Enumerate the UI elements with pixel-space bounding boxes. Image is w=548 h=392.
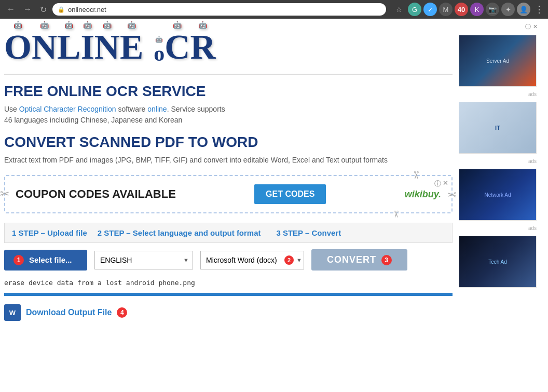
ad-image-4: Tech Ad xyxy=(459,236,536,287)
download-link[interactable]: Download Output File xyxy=(26,308,112,317)
download-row: W Download Output File 4 xyxy=(4,300,453,325)
hero-desc2: Extract text from PDF and images (JPG, B… xyxy=(4,155,453,166)
extension-icon-5[interactable]: K xyxy=(470,3,484,16)
extension-icon-7[interactable]: ✦ xyxy=(501,3,515,16)
menu-button[interactable]: ⋮ xyxy=(535,4,544,15)
heading-convert: CONVERT SCANNED PDF TO WORD xyxy=(4,134,453,151)
refresh-button[interactable]: ↻ xyxy=(37,4,49,16)
ad-block-2[interactable]: IT xyxy=(459,102,537,154)
download-badge: 4 xyxy=(117,307,127,318)
ad-block-1[interactable]: Server Ad xyxy=(459,35,537,87)
step1-label: 1 STEP – Upload file xyxy=(12,228,87,237)
ad-label-2: ads xyxy=(459,158,538,165)
right-sidebar: ⓘ ✕ Server Ad ads IT ads Network Ad ads … xyxy=(457,19,540,392)
robot-icon-8: 🤖 xyxy=(173,22,182,29)
logo-letter-l: 🤖L xyxy=(57,29,80,64)
star-icon[interactable]: ☆ xyxy=(392,3,406,16)
logo-letter-o: 🤖O xyxy=(4,29,32,64)
forward-button[interactable]: → xyxy=(21,4,34,15)
logo-letter-n: 🤖N xyxy=(32,29,57,64)
coupon-brand: wikibuy. xyxy=(405,189,441,200)
back-button[interactable]: ← xyxy=(4,4,18,15)
browser-chrome: ← → ↻ 🔒 onlineocr.net ☆ G ✓ M 40 K 📷 ✦ 👤… xyxy=(0,0,548,19)
robot-icon-4: 🤖 xyxy=(83,22,92,29)
scissors-right-icon: ✂ xyxy=(447,187,457,201)
extension-icon-4[interactable]: 40 xyxy=(455,3,468,16)
extension-icon-6[interactable]: 📷 xyxy=(486,3,499,16)
scissors-left-icon: ✂ xyxy=(0,187,9,201)
logo-letter-n2: 🤖N xyxy=(94,29,120,64)
step3-badge: 3 xyxy=(381,255,392,265)
page-wrapper: 🤖O 🤖N 🤖L 🤖I 🤖N 🤖E xyxy=(0,19,548,392)
ad-image-2: IT xyxy=(459,102,536,153)
ad-label-1: ads xyxy=(459,91,538,98)
select-file-button[interactable]: 1 Select file... xyxy=(4,250,87,271)
logo-letter-r: 🤖R xyxy=(190,29,215,64)
coupon-text: COUPON CODES AVAILABLE xyxy=(16,187,176,201)
logo-letter-e: 🤖E xyxy=(120,29,143,64)
robot-icon-3: 🤖 xyxy=(64,22,73,29)
main-content: 🤖O 🤖N 🤖L 🤖I 🤖N 🤖E xyxy=(0,19,457,392)
ad-image-1: Server Ad xyxy=(459,35,536,86)
word-document-icon: W xyxy=(4,304,21,321)
scissors-top-icon: ✂ xyxy=(410,171,422,180)
hero-desc1: Use Optical Character Recognition softwa… xyxy=(4,104,453,126)
logo-container: 🤖O 🤖N 🤖L 🤖I 🤖N 🤖E xyxy=(4,24,453,70)
hero-desc1b: 46 languages including Chinese, Japanese… xyxy=(4,116,182,124)
extension-icon-3[interactable]: M xyxy=(439,3,453,16)
robot-icon-2: 🤖 xyxy=(40,22,49,29)
ad-block-3[interactable]: Network Ad xyxy=(459,169,537,221)
convert-label: CONVERT xyxy=(327,254,376,265)
online-link[interactable]: online xyxy=(147,105,167,113)
robot-icon-6: 🤖 xyxy=(127,22,136,29)
format-select-wrapper: Microsoft Word (docx) Microsoft Excel (x… xyxy=(200,251,304,269)
robot-icon-7: 🤖 xyxy=(155,36,163,43)
extension-icon-2[interactable]: ✓ xyxy=(423,3,437,16)
coupon-info-icon[interactable]: ⓘ xyxy=(434,179,441,188)
step1-badge: 1 xyxy=(13,255,24,265)
lock-icon: 🔒 xyxy=(58,6,65,13)
logo-area: 🤖O 🤖N 🤖L 🤖I 🤖N 🤖E xyxy=(4,19,453,75)
url-text: onlineocr.net xyxy=(68,6,106,13)
convert-button[interactable]: CONVERT 3 xyxy=(311,249,407,271)
ocr-link[interactable]: Optical Character Recognition xyxy=(19,105,116,113)
filename-display: erase device data from a lost android ph… xyxy=(4,277,453,289)
heading-ocr: FREE ONLINE OCR SERVICE xyxy=(4,83,453,100)
ad-block-4[interactable]: Tech Ad xyxy=(459,236,537,288)
scissors-bottom-icon: ✂ xyxy=(390,210,402,218)
ad-image-3: Network Ad xyxy=(459,169,536,220)
get-codes-button[interactable]: GET CODES xyxy=(254,184,326,204)
progress-bar xyxy=(4,293,453,296)
language-select[interactable]: ENGLISH FRENCH GERMAN xyxy=(94,251,193,269)
logo-letter-c: 🤖C xyxy=(165,29,190,64)
address-bar[interactable]: 🔒 onlineocr.net xyxy=(52,3,386,16)
robot-icon-5: 🤖 xyxy=(103,22,112,29)
ad-close-row: ⓘ ✕ xyxy=(459,23,538,31)
coupon-banner: ✂ ✂ ⓘ ✕ COUPON CODES AVAILABLE GET CODES… xyxy=(4,175,453,213)
step2-label: 2 STEP – Select language and output form… xyxy=(98,228,266,237)
format-select[interactable]: Microsoft Word (docx) Microsoft Excel (x… xyxy=(200,251,304,269)
logo-letter-i: 🤖I xyxy=(80,29,94,64)
select-file-label: Select file... xyxy=(29,255,72,264)
ad-close-button[interactable]: ✕ xyxy=(533,23,538,30)
robot-icon-9: 🤖 xyxy=(198,22,207,29)
hero-section: FREE ONLINE OCR SERVICE Use Optical Char… xyxy=(4,83,453,166)
logo-letter-oc: 🤖o xyxy=(154,43,165,64)
steps-bar: 1 STEP – Upload file 2 STEP – Select lan… xyxy=(4,223,453,243)
coupon-close-button[interactable]: ✕ xyxy=(443,179,448,187)
step3-label: 3 STEP – Convert xyxy=(276,228,445,237)
ad-info-icon[interactable]: ⓘ xyxy=(525,23,531,31)
profile-avatar[interactable]: 👤 xyxy=(517,3,530,16)
controls-row: 1 Select file... ENGLISH FRENCH GERMAN M… xyxy=(4,243,453,277)
robot-icon-1: 🤖 xyxy=(13,22,22,29)
language-select-wrapper: ENGLISH FRENCH GERMAN xyxy=(94,251,193,269)
browser-actions: ☆ G ✓ M 40 K 📷 ✦ 👤 ⋮ xyxy=(392,3,544,16)
ad-label-3: ads xyxy=(459,225,538,232)
extension-icon-1[interactable]: G xyxy=(408,3,421,16)
